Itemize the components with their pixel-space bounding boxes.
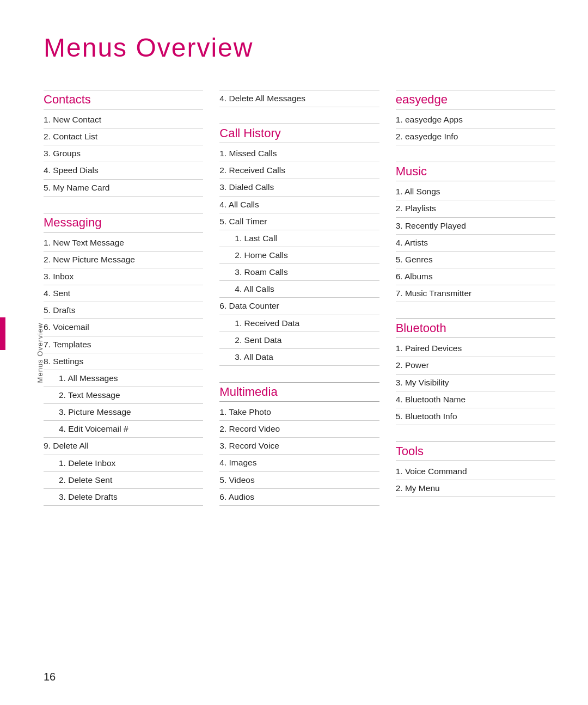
list-item: 5. Videos (219, 472, 379, 489)
list-item: 1. All Songs (396, 183, 555, 200)
list-item: 1. Take Photo (219, 404, 379, 421)
section-header: easyedge (396, 90, 555, 109)
list-item: 2. Playlists (396, 200, 555, 217)
list-item: 1. New Text Message (44, 235, 203, 252)
list-item: 2. easyedge Info (396, 128, 555, 145)
list-item: 6. Albums (396, 268, 555, 285)
list-item: 6. Data Counter (219, 298, 379, 315)
list-item: 3. My Visibility (396, 375, 555, 391)
list-item: 2. New Picture Message (44, 252, 203, 268)
list-item: 1. Voice Command (396, 463, 555, 480)
list-item: 2. Home Calls (219, 247, 379, 264)
list-item: 2. Sent Data (219, 332, 379, 349)
list-item: 1. Missed Calls (219, 145, 379, 162)
list-item: 2. Text Message (44, 387, 203, 404)
list-item: 7. Templates (44, 336, 203, 353)
section-2-0: easyedge1. easyedge Apps2. easyedge Info (396, 90, 555, 145)
list-item: 5. Bluetooth Info (396, 408, 555, 425)
section-2-3: Tools1. Voice Command2. My Menu (396, 442, 555, 497)
content-grid: Contacts1. New Contact2. Contact List3. … (44, 90, 555, 522)
list-item: 2. Received Calls (219, 162, 379, 179)
list-item: 5. My Name Card (44, 180, 203, 197)
list-item: 3. Picture Message (44, 404, 203, 421)
side-label: Menus Overview (36, 322, 44, 383)
column-2: easyedge1. easyedge Apps2. easyedge Info… (396, 90, 555, 522)
section-header: Music (396, 162, 555, 181)
list-item: 6. Voicemail (44, 319, 203, 336)
list-item: 1. easyedge Apps (396, 112, 555, 128)
list-item: 4. Artists (396, 235, 555, 252)
list-item: 3. Groups (44, 145, 203, 162)
list-item: 2. My Menu (396, 480, 555, 497)
list-item: 5. Drafts (44, 302, 203, 319)
list-item: 4. Speed Dials (44, 162, 203, 179)
list-item: 1. New Contact (44, 112, 203, 128)
section-header: Bluetooth (396, 318, 555, 338)
section-title: Call History (219, 126, 379, 143)
list-item: 5. Genres (396, 252, 555, 268)
list-item: 2. Delete Sent (44, 472, 203, 489)
list-item: 3. Delete Drafts (44, 489, 203, 506)
list-item: 1. Delete Inbox (44, 455, 203, 472)
section-header: Multimedia (219, 382, 379, 402)
column-0: Contacts1. New Contact2. Contact List3. … (44, 90, 203, 522)
list-item: 4. Images (219, 455, 379, 471)
list-item: 4. Sent (44, 285, 203, 302)
list-item: 3. Dialed Calls (219, 179, 379, 196)
section-title: Music (396, 164, 555, 181)
page-container: Menus Overview Menus Overview Contacts1.… (0, 0, 588, 705)
list-item: 9. Delete All (44, 438, 203, 455)
section-header: Tools (396, 442, 555, 461)
list-item: 8. Settings (44, 353, 203, 370)
section-header: Messaging (44, 213, 203, 232)
section-1-1: Call History1. Missed Calls2. Received C… (219, 124, 379, 366)
column-1: 4. Delete All MessagesCall History1. Mis… (219, 90, 379, 522)
list-item: 4. Delete All Messages (219, 90, 379, 107)
list-item: 2. Contact List (44, 128, 203, 145)
list-item: 1. Last Call (219, 230, 379, 247)
page-title: Menus Overview (44, 33, 555, 63)
section-0-0: Contacts1. New Contact2. Contact List3. … (44, 90, 203, 197)
section-title: Messaging (44, 216, 203, 232)
list-item: 3. Roam Calls (219, 264, 379, 281)
section-title: Multimedia (219, 385, 379, 402)
section-1-0: 4. Delete All Messages (219, 90, 379, 107)
list-item: 3. Record Voice (219, 438, 379, 455)
section-2-2: Bluetooth1. Paired Devices2. Power3. My … (396, 318, 555, 425)
section-header: Contacts (44, 90, 203, 109)
section-title: Tools (396, 444, 555, 461)
list-item: 3. Inbox (44, 268, 203, 285)
list-item: 3. Recently Played (396, 218, 555, 235)
list-item: 1. All Messages (44, 370, 203, 387)
list-item: 1. Received Data (219, 315, 379, 332)
list-item: 4. Edit Voicemail # (44, 421, 203, 438)
list-item: 2. Record Video (219, 421, 379, 438)
section-0-1: Messaging1. New Text Message2. New Pictu… (44, 213, 203, 506)
list-item: 3. All Data (219, 349, 379, 366)
section-1-2: Multimedia1. Take Photo2. Record Video3.… (219, 382, 379, 506)
side-bar (0, 317, 5, 350)
section-title: easyedge (396, 93, 555, 109)
section-title: Contacts (44, 93, 203, 109)
section-title: Bluetooth (396, 321, 555, 338)
list-item: 7. Music Transmitter (396, 285, 555, 302)
section-header: Call History (219, 124, 379, 143)
page-number: 16 (44, 671, 56, 683)
list-item: 2. Power (396, 357, 555, 374)
list-item: 6. Audios (219, 489, 379, 506)
section-2-1: Music1. All Songs2. Playlists3. Recently… (396, 162, 555, 302)
list-item: 4. All Calls (219, 197, 379, 213)
list-item: 4. All Calls (219, 281, 379, 298)
list-item: 1. Paired Devices (396, 340, 555, 357)
list-item: 5. Call Timer (219, 213, 379, 230)
list-item: 4. Bluetooth Name (396, 391, 555, 408)
